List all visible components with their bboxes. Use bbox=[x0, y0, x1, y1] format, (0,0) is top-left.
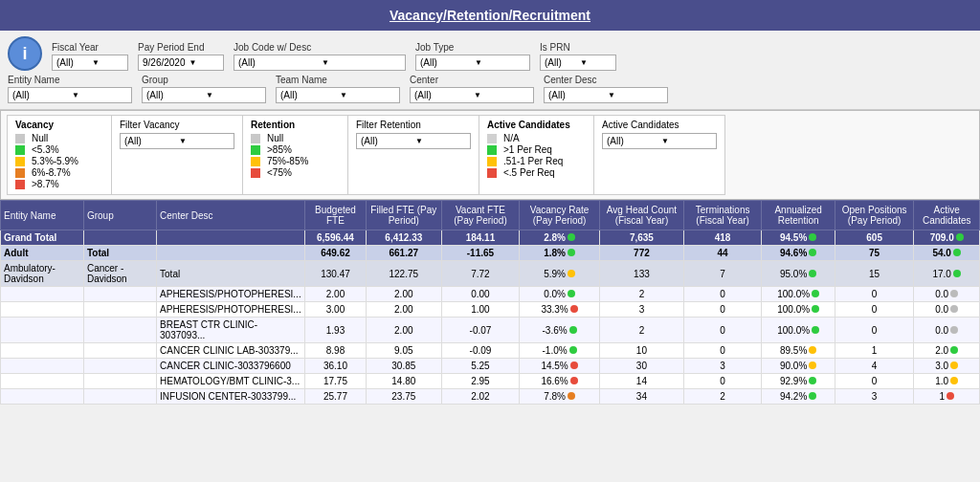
cell-avg-head: 133 bbox=[600, 261, 684, 287]
cell-filled: 23.75 bbox=[366, 389, 441, 405]
col-vacant: Vacant FTE (Pay Period) bbox=[441, 201, 519, 230]
center-desc-select[interactable]: (All)▼ bbox=[544, 87, 668, 103]
cell-open: 0 bbox=[835, 374, 914, 389]
job-type-filter: Job Type (All)▼ bbox=[415, 42, 530, 71]
is-prn-select[interactable]: (All)▼ bbox=[540, 55, 616, 71]
team-name-select[interactable]: (All)▼ bbox=[276, 87, 400, 103]
cell-retention: 94.5% bbox=[762, 230, 835, 246]
filter-ac-select[interactable]: (All)▼ bbox=[602, 133, 717, 149]
cell-entity bbox=[1, 287, 84, 302]
cell-terms: 0 bbox=[683, 302, 762, 318]
cell-center: INFUSION CENTER-3033799... bbox=[157, 389, 305, 405]
cell-entity bbox=[1, 374, 84, 389]
cell-active: 0.0 bbox=[914, 287, 980, 302]
col-center: Center Desc bbox=[157, 201, 305, 230]
cell-filled: 6,412.33 bbox=[366, 230, 441, 246]
cell-active: 17.0 bbox=[914, 261, 980, 287]
filter-retention: Filter Retention (All)▼ bbox=[348, 115, 479, 195]
info-icon[interactable]: i bbox=[8, 36, 42, 71]
group-filter: Group (All)▼ bbox=[142, 75, 266, 103]
cell-active: 2.0 bbox=[914, 343, 980, 359]
cell-filled: 14.80 bbox=[366, 374, 441, 389]
center-filter: Center (All)▼ bbox=[410, 75, 534, 103]
cell-retention: 92.9% bbox=[762, 374, 835, 389]
table-header-row: Entity Name Group Center Desc Budgeted F… bbox=[1, 201, 980, 230]
cell-budgeted: 8.98 bbox=[305, 343, 367, 359]
group-select[interactable]: (All)▼ bbox=[142, 87, 266, 103]
fiscal-year-filter: Fiscal Year (All)▼ bbox=[52, 42, 128, 71]
cell-group bbox=[83, 343, 156, 359]
job-code-filter: Job Code w/ Desc (All)▼ bbox=[234, 42, 406, 71]
entity-name-select[interactable]: (All)▼ bbox=[8, 87, 132, 103]
filter-vacancy-select[interactable]: (All)▼ bbox=[120, 133, 234, 149]
cell-group bbox=[83, 374, 156, 389]
cell-filled: 122.75 bbox=[366, 261, 441, 287]
cell-vacancy-rate: 5.9% bbox=[520, 261, 600, 287]
cell-open: 75 bbox=[835, 246, 914, 261]
cell-budgeted: 1.93 bbox=[305, 318, 367, 343]
cell-retention: 95.0% bbox=[762, 261, 835, 287]
retention-lt75: <75% bbox=[251, 167, 340, 178]
col-vacancy-rate: Vacancy Rate (Pay Period) bbox=[520, 201, 600, 230]
cell-budgeted: 2.00 bbox=[305, 287, 367, 302]
cell-retention: 94.6% bbox=[762, 246, 835, 261]
vacancy-lt53: <5.3% bbox=[15, 144, 103, 155]
cell-group: Cancer - Davidson bbox=[83, 261, 156, 287]
filter-row-2: Entity Name (All)▼ Group (All)▼ Team Nam… bbox=[8, 75, 972, 103]
table-row: BREAST CTR CLINIC-3037093... 1.93 2.00 -… bbox=[1, 318, 980, 343]
cell-vacancy-rate: 0.0% bbox=[520, 287, 600, 302]
cell-retention: 94.2% bbox=[762, 389, 835, 405]
cell-open: 3 bbox=[835, 389, 914, 405]
job-type-select[interactable]: (All)▼ bbox=[415, 55, 530, 71]
cell-group bbox=[83, 230, 156, 246]
cell-avg-head: 7,635 bbox=[600, 230, 684, 246]
is-prn-label: Is PRN bbox=[540, 42, 616, 53]
cell-vacant: 1.00 bbox=[441, 302, 519, 318]
pay-period-end-select[interactable]: 9/26/2020▼ bbox=[138, 55, 224, 71]
cell-avg-head: 772 bbox=[600, 246, 684, 261]
filter-retention-select[interactable]: (All)▼ bbox=[356, 133, 471, 149]
col-avg-head: Avg Head Count (Fiscal Year) bbox=[600, 201, 684, 230]
cell-active: 0.0 bbox=[914, 302, 980, 318]
cell-terms: 3 bbox=[683, 359, 762, 374]
cell-center bbox=[157, 230, 305, 246]
cell-budgeted: 6,596.44 bbox=[305, 230, 367, 246]
center-desc-label: Center Desc bbox=[544, 75, 668, 85]
table-row: INFUSION CENTER-3033799... 25.77 23.75 2… bbox=[1, 389, 980, 405]
cell-open: 0 bbox=[835, 287, 914, 302]
job-code-label: Job Code w/ Desc bbox=[234, 42, 406, 53]
cell-center: Total bbox=[157, 261, 305, 287]
filter-retention-label: Filter Retention bbox=[356, 120, 471, 130]
retention-null: Null bbox=[251, 133, 340, 143]
cell-open: 4 bbox=[835, 359, 914, 374]
data-table: Entity Name Group Center Desc Budgeted F… bbox=[0, 200, 980, 405]
cell-avg-head: 2 bbox=[600, 287, 684, 302]
cell-terms: 0 bbox=[683, 318, 762, 343]
active-candidates-title: Active Candidates bbox=[487, 120, 586, 130]
cell-group bbox=[83, 389, 156, 405]
cell-open: 605 bbox=[835, 230, 914, 246]
cell-entity bbox=[1, 389, 84, 405]
data-table-wrapper[interactable]: Entity Name Group Center Desc Budgeted F… bbox=[0, 200, 980, 425]
cell-terms: 418 bbox=[683, 230, 762, 246]
table-body: Grand Total 6,596.44 6,412.33 184.11 2.8… bbox=[1, 230, 980, 405]
table-row: APHERESIS/PHOTOPHERESI... 2.00 2.00 0.00… bbox=[1, 287, 980, 302]
cell-avg-head: 2 bbox=[600, 318, 684, 343]
col-entity: Entity Name bbox=[1, 201, 84, 230]
filter-vacancy: Filter Vacancy (All)▼ bbox=[112, 115, 243, 195]
cell-vacant: 7.72 bbox=[441, 261, 519, 287]
col-active: Active Candidates bbox=[914, 201, 980, 230]
pay-period-end-filter: Pay Period End 9/26/2020▼ bbox=[138, 42, 224, 71]
job-code-select[interactable]: (All)▼ bbox=[234, 55, 406, 71]
cell-filled: 30.85 bbox=[366, 359, 441, 374]
cell-vacant: -11.65 bbox=[441, 246, 519, 261]
cell-avg-head: 34 bbox=[600, 389, 684, 405]
entity-name-filter: Entity Name (All)▼ bbox=[8, 75, 132, 103]
cell-vacant: 0.00 bbox=[441, 287, 519, 302]
col-retention: Annualized Retention bbox=[762, 201, 835, 230]
center-select[interactable]: (All)▼ bbox=[410, 87, 534, 103]
cell-active: 1.0 bbox=[914, 374, 980, 389]
cell-entity bbox=[1, 318, 84, 343]
ac-gt1: >1 Per Req bbox=[487, 144, 586, 155]
fiscal-year-select[interactable]: (All)▼ bbox=[52, 55, 128, 71]
